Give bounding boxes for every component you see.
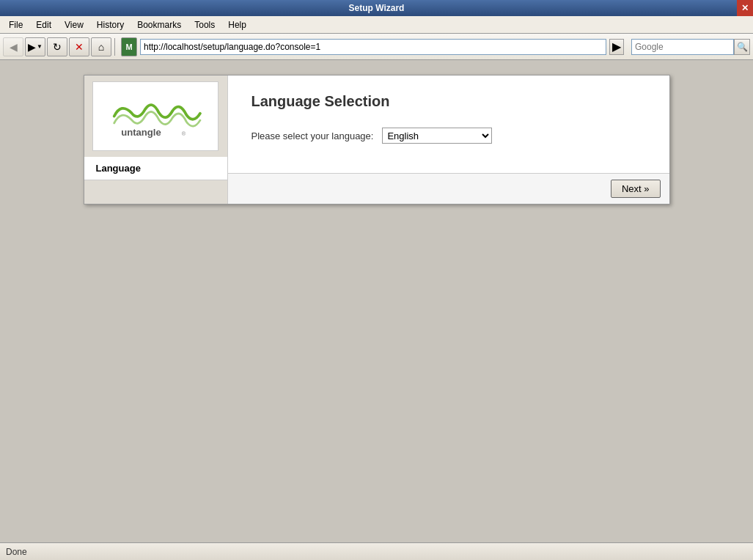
svg-text:®: ® xyxy=(182,130,186,137)
stop-icon: ✕ xyxy=(75,41,84,53)
reload-button[interactable]: ↻ xyxy=(47,37,67,56)
wizard-content: Language Selection Please select your la… xyxy=(228,75,669,173)
home-icon: ⌂ xyxy=(98,41,104,53)
search-button[interactable]: 🔍 xyxy=(734,39,750,55)
sidebar-item-language[interactable]: Language xyxy=(84,157,227,180)
next-button[interactable]: Next » xyxy=(611,180,661,198)
menu-bookmarks[interactable]: Bookmarks xyxy=(131,18,187,32)
search-icon: 🔍 xyxy=(737,42,748,52)
address-go-button[interactable]: ▶ xyxy=(609,39,624,55)
address-input[interactable] xyxy=(140,39,606,55)
window-title: Setup Wizard xyxy=(16,3,737,13)
menu-bar: File Edit View History Bookmarks Tools H… xyxy=(0,16,753,34)
close-button[interactable]: ✕ xyxy=(737,0,753,16)
search-input[interactable] xyxy=(631,39,734,55)
wizard-body: untangle ® Language Language Selection P… xyxy=(84,75,669,204)
menu-edit[interactable]: Edit xyxy=(30,18,57,32)
wizard-sidebar: untangle ® Language xyxy=(84,75,228,204)
menu-view[interactable]: View xyxy=(59,18,89,32)
language-form-row: Please select your language: English Spa… xyxy=(251,128,646,144)
forward-icon: ▶ xyxy=(28,41,36,53)
sidebar-nav: Language xyxy=(84,157,227,204)
title-bar: Setup Wizard ✕ xyxy=(0,0,753,16)
wizard-title: Language Selection xyxy=(251,93,646,110)
wizard-panel: untangle ® Language Language Selection P… xyxy=(84,75,670,205)
content-area: untangle ® Language Language Selection P… xyxy=(0,60,753,542)
language-label: Please select your language: xyxy=(251,130,374,141)
favicon-button[interactable]: M xyxy=(121,37,137,56)
menu-history[interactable]: History xyxy=(91,18,130,32)
stop-button[interactable]: ✕ xyxy=(69,37,89,56)
status-bar: Done xyxy=(0,542,753,560)
forward-button[interactable]: ▶ ▼ xyxy=(25,37,45,56)
untangle-logo-svg: untangle ® xyxy=(100,89,210,144)
wizard-main: Language Selection Please select your la… xyxy=(228,75,669,204)
wizard-logo: untangle ® xyxy=(92,81,218,151)
forward-dropdown-icon: ▼ xyxy=(37,43,43,50)
favicon-icon: M xyxy=(125,43,132,51)
reload-icon: ↻ xyxy=(53,41,62,53)
language-select[interactable]: English Spanish French German Portuguese… xyxy=(382,128,492,144)
home-button[interactable]: ⌂ xyxy=(91,37,111,56)
address-bar-container: M ▶ xyxy=(121,37,624,56)
search-container: 🔍 xyxy=(631,39,750,55)
browser-toolbar: ◀ ▶ ▼ ↻ ✕ ⌂ M ▶ 🔍 xyxy=(0,34,753,60)
toolbar-separator-1 xyxy=(114,38,115,56)
status-text: Done xyxy=(6,547,27,557)
menu-file[interactable]: File xyxy=(3,18,29,32)
menu-tools[interactable]: Tools xyxy=(188,18,221,32)
back-button[interactable]: ◀ xyxy=(3,37,23,56)
wizard-footer: Next » xyxy=(228,173,669,204)
back-icon: ◀ xyxy=(10,41,18,53)
menu-help[interactable]: Help xyxy=(222,18,252,32)
svg-text:untangle: untangle xyxy=(121,127,161,138)
